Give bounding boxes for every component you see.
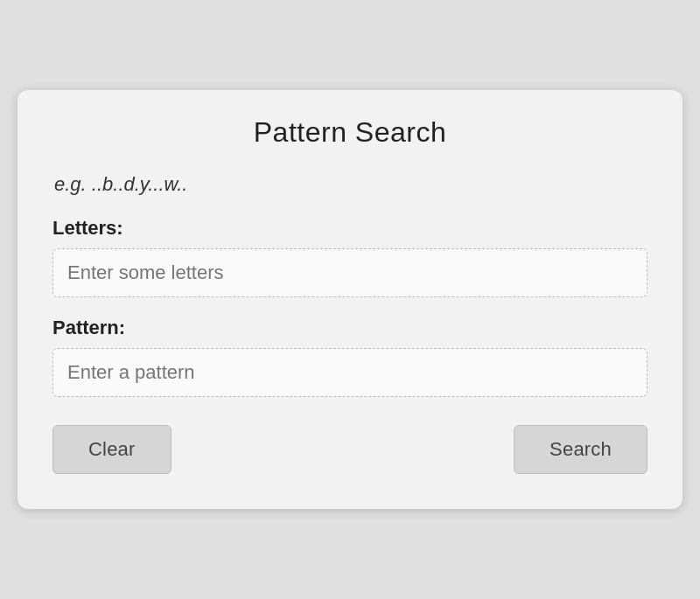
pattern-label: Pattern: bbox=[52, 317, 648, 339]
letters-label: Letters: bbox=[52, 217, 648, 240]
example-text: e.g. ..b..d.y...w.. bbox=[52, 173, 648, 196]
pattern-input[interactable] bbox=[52, 348, 648, 397]
clear-button[interactable]: Clear bbox=[52, 425, 172, 474]
pattern-search-dialog: Pattern Search e.g. ..b..d.y...w.. Lette… bbox=[18, 90, 682, 509]
button-row: Clear Search bbox=[52, 425, 648, 474]
search-button[interactable]: Search bbox=[514, 425, 648, 474]
dialog-title: Pattern Search bbox=[52, 116, 648, 149]
letters-input[interactable] bbox=[52, 248, 648, 297]
